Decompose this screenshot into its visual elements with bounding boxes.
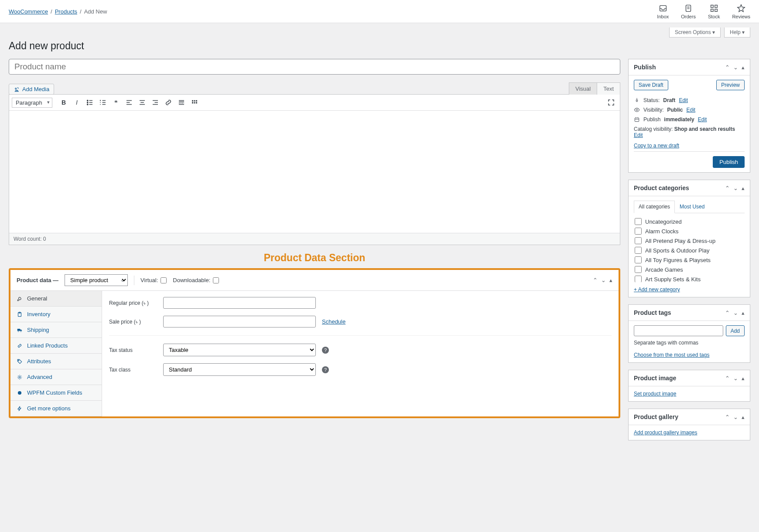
align-right-button[interactable] (149, 96, 161, 109)
toggle-panel-icon[interactable]: ▴ (742, 375, 745, 382)
categories-box: Product categories ⌃⌄▴ All categories Mo… (628, 180, 750, 297)
align-center-button[interactable] (136, 96, 148, 109)
toggle-panel-icon[interactable]: ▴ (742, 64, 745, 71)
help-icon[interactable]: ? (322, 347, 329, 354)
move-up-icon[interactable]: ⌃ (593, 277, 598, 283)
tag-icon (17, 358, 23, 365)
move-down-icon[interactable]: ⌄ (733, 375, 738, 382)
toggle-panel-icon[interactable]: ▴ (609, 277, 612, 283)
help-button[interactable]: Help ▾ (724, 27, 750, 38)
tab-text[interactable]: Text (597, 82, 620, 95)
category-checkbox[interactable] (635, 266, 642, 273)
move-down-icon[interactable]: ⌄ (733, 64, 738, 71)
orders-icon[interactable]: Orders (681, 3, 696, 19)
bullet-list-button[interactable] (84, 96, 96, 109)
publish-box: Publish ⌃⌄▴ Save Draft Preview Status: D… (628, 59, 750, 173)
product-type-select[interactable]: Simple product (65, 274, 128, 286)
category-checkbox[interactable] (635, 237, 642, 244)
italic-button[interactable]: I (71, 96, 83, 109)
category-checkbox[interactable] (635, 256, 642, 263)
sale-price-input[interactable] (163, 316, 316, 327)
category-checkbox[interactable] (635, 218, 642, 225)
paragraph-select[interactable]: Paragraph (12, 98, 52, 108)
cat-tab-all[interactable]: All categories (634, 201, 675, 213)
move-down-icon[interactable]: ⌄ (733, 414, 738, 420)
tab-visual[interactable]: Visual (569, 82, 597, 95)
pd-tab-linked[interactable]: Linked Products (10, 338, 102, 354)
edit-visibility-link[interactable]: Edit (686, 107, 695, 113)
move-up-icon[interactable]: ⌃ (725, 310, 730, 316)
category-checkbox[interactable] (635, 228, 642, 235)
add-new-category-link[interactable]: + Add new category (634, 286, 680, 293)
move-up-icon[interactable]: ⌃ (725, 414, 730, 420)
breadcrumb-parent[interactable]: Products (55, 8, 77, 15)
pd-tab-advanced[interactable]: Advanced (10, 369, 102, 385)
category-item[interactable]: Alarm Clocks (634, 226, 745, 236)
tag-input[interactable] (634, 325, 723, 336)
numbered-list-button[interactable] (97, 96, 109, 109)
save-draft-button[interactable]: Save Draft (634, 80, 668, 90)
copy-draft-link[interactable]: Copy to a new draft (634, 143, 679, 149)
pd-tab-wpfm[interactable]: WPFM Custom Fields (10, 385, 102, 401)
publish-button[interactable]: Publish (713, 156, 745, 168)
downloadable-checkbox[interactable] (213, 277, 219, 283)
align-left-button[interactable] (123, 96, 135, 109)
svg-point-22 (18, 391, 21, 394)
add-tag-button[interactable]: Add (726, 325, 745, 336)
add-gallery-images-link[interactable]: Add product gallery images (634, 430, 697, 436)
add-media-button[interactable]: Add Media (9, 84, 54, 95)
regular-price-input[interactable] (163, 297, 316, 309)
help-icon[interactable]: ? (322, 366, 329, 373)
edit-catalog-link[interactable]: Edit (634, 132, 643, 138)
category-list[interactable]: UncategorizedAlarm ClocksAll Pretend Pla… (634, 217, 745, 282)
pd-tab-shipping[interactable]: Shipping (10, 322, 102, 338)
move-down-icon[interactable]: ⌄ (733, 185, 738, 191)
move-up-icon[interactable]: ⌃ (725, 64, 730, 71)
inbox-icon[interactable]: Inbox (657, 3, 669, 19)
pd-tab-general[interactable]: General (10, 291, 102, 307)
bold-button[interactable]: B (58, 96, 70, 109)
screen-meta: Screen Options ▾ Help ▾ (9, 27, 750, 38)
category-checkbox[interactable] (635, 276, 642, 282)
move-up-icon[interactable]: ⌃ (725, 375, 730, 382)
pd-tab-more[interactable]: Get more options (10, 401, 102, 416)
toggle-panel-icon[interactable]: ▴ (742, 414, 745, 420)
choose-tags-link[interactable]: Choose from the most used tags (634, 352, 709, 358)
category-item[interactable]: All Toy Figures & Playsets (634, 255, 745, 265)
product-title-input[interactable] (9, 59, 620, 75)
fullscreen-button[interactable] (605, 96, 617, 109)
cat-tab-most[interactable]: Most Used (675, 201, 709, 213)
category-item[interactable]: Art Supply Sets & Kits (634, 274, 745, 282)
toggle-panel-icon[interactable]: ▴ (742, 310, 745, 316)
product-data-tabs: General Inventory Shipping Linked Produc… (10, 291, 102, 416)
breadcrumb-root[interactable]: WooCommerce (9, 8, 48, 15)
category-item[interactable]: Uncategorized (634, 217, 745, 226)
editor-body[interactable] (9, 111, 620, 233)
category-checkbox[interactable] (635, 247, 642, 254)
preview-button[interactable]: Preview (716, 80, 745, 90)
toolbar-toggle-button[interactable] (188, 96, 201, 109)
stock-icon[interactable]: Stock (708, 3, 720, 19)
quote-button[interactable]: ❝ (110, 96, 122, 109)
tax-status-select[interactable]: Taxable (163, 344, 316, 356)
reviews-icon[interactable]: Reviews (732, 3, 750, 19)
edit-publish-link[interactable]: Edit (698, 116, 707, 123)
edit-status-link[interactable]: Edit (679, 97, 688, 103)
screen-options-button[interactable]: Screen Options ▾ (669, 27, 721, 38)
category-item[interactable]: All Sports & Outdoor Play (634, 246, 745, 255)
pd-tab-attributes[interactable]: Attributes (10, 354, 102, 369)
insert-more-button[interactable] (175, 96, 188, 109)
editor-tabs: Visual Text (569, 82, 620, 95)
tax-class-select[interactable]: Standard (163, 363, 316, 376)
set-product-image-link[interactable]: Set product image (634, 391, 676, 397)
virtual-checkbox[interactable] (161, 277, 167, 283)
schedule-link[interactable]: Schedule (322, 318, 345, 325)
toggle-panel-icon[interactable]: ▴ (742, 185, 745, 191)
category-item[interactable]: All Pretend Play & Dress-up (634, 236, 745, 246)
move-up-icon[interactable]: ⌃ (725, 185, 730, 191)
link-button[interactable] (162, 96, 174, 109)
pd-tab-inventory[interactable]: Inventory (10, 307, 102, 322)
move-down-icon[interactable]: ⌄ (733, 310, 738, 316)
category-item[interactable]: Arcade Games (634, 265, 745, 274)
move-down-icon[interactable]: ⌄ (601, 277, 606, 283)
